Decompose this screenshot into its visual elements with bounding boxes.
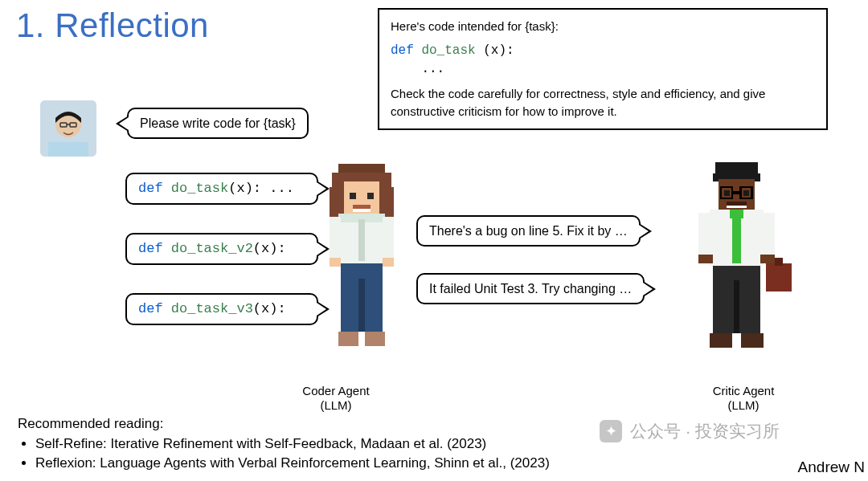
presenter-photo (40, 100, 96, 157)
pixel-person-icon (317, 161, 406, 367)
critic-text-1: There's a bug on line 5. Fix it by … (429, 224, 628, 238)
reading-item-2: Reflexion: Language Agents with Verbal R… (35, 454, 550, 473)
instruction-check: Check the code carefully for correctness… (391, 85, 815, 120)
svg-rect-44 (775, 258, 784, 267)
slide: 1. Reflection Here's code intended for {… (0, 0, 868, 481)
code-rest: (x): (253, 301, 286, 316)
coder-bubble-2: def do_task_v2(x): (125, 233, 318, 265)
keyword: def (138, 241, 163, 256)
keyword: def (138, 181, 163, 196)
recommended-reading: Recommended reading: Self-Refine: Iterat… (18, 414, 550, 473)
wechat-icon: ✦ (600, 420, 622, 442)
critic-text-2: It failed Unit Test 3. Try changing … (429, 282, 632, 296)
svg-rect-14 (353, 209, 371, 212)
instruction-box: Here's code intended for {task}: def do_… (378, 8, 828, 130)
svg-rect-39 (698, 213, 713, 258)
code-rest: (x): ... (228, 181, 294, 196)
slide-title: 1. Reflection (16, 6, 209, 45)
svg-rect-41 (698, 255, 713, 263)
reading-heading: Recommended reading: (18, 414, 550, 434)
critic-bubble-2: It failed Unit Test 3. Try changing … (416, 273, 645, 304)
svg-rect-21 (383, 258, 395, 267)
svg-rect-20 (330, 258, 342, 267)
svg-rect-32 (727, 206, 747, 209)
func-name: do_task (414, 43, 483, 58)
func-name: do_task_v3 (163, 301, 253, 316)
coder-bubble-1: def do_task(x): ... (125, 173, 318, 205)
func-name: do_task_v2 (163, 241, 253, 256)
svg-rect-25 (365, 332, 386, 346)
svg-rect-40 (760, 213, 775, 258)
svg-rect-18 (330, 217, 342, 261)
svg-rect-19 (383, 217, 395, 261)
code-rest: (x): (253, 241, 286, 256)
svg-rect-1 (48, 142, 88, 157)
user-speech-bubble: Please write code for {task} (127, 108, 309, 139)
svg-rect-11 (350, 193, 355, 198)
keyword: def (138, 301, 163, 316)
coder-agent-character (317, 161, 406, 370)
pixel-person-icon (687, 159, 800, 370)
svg-rect-29 (724, 190, 730, 196)
svg-rect-23 (358, 279, 364, 332)
svg-rect-35 (732, 191, 741, 194)
person-photo-icon (40, 100, 96, 157)
svg-rect-42 (760, 255, 775, 263)
critic-agent-label: Critic Agent (LLM) (695, 384, 792, 413)
svg-rect-48 (741, 333, 764, 348)
critic-label-sub: (LLM) (695, 398, 792, 413)
svg-rect-38 (730, 210, 744, 218)
critic-bubble-1: There's a bug on line 5. Fix it by … (416, 215, 641, 247)
func-name: do_task (163, 181, 229, 196)
coder-agent-label: Coder Agent (LLM) (288, 384, 384, 413)
svg-rect-47 (710, 333, 732, 348)
code-indent: ... (391, 62, 444, 76)
code-rest: (x): (483, 43, 514, 58)
svg-rect-13 (353, 205, 371, 209)
svg-rect-12 (367, 193, 373, 198)
svg-rect-17 (358, 219, 364, 260)
svg-rect-24 (338, 332, 359, 346)
keyword: def (391, 43, 414, 58)
coder-bubble-3: def do_task_v3(x): (125, 293, 318, 325)
svg-rect-30 (743, 190, 749, 196)
critic-label-text: Critic Agent (695, 384, 792, 398)
instruction-code: def do_task (x): ... (391, 42, 815, 79)
svg-rect-31 (727, 202, 747, 206)
instruction-intro: Here's code intended for {task}: (391, 18, 815, 35)
critic-agent-character (687, 159, 800, 373)
svg-rect-46 (734, 280, 739, 334)
watermark: ✦ 公众号 · 投资实习所 (600, 420, 780, 442)
coder-label-sub: (LLM) (288, 398, 384, 413)
reading-item-1: Self-Refine: Iterative Refinement with S… (35, 434, 550, 454)
user-prompt-text: Please write code for {task} (140, 116, 296, 130)
watermark-text: 公众号 · 投资实习所 (630, 420, 780, 442)
author-credit: Andrew N (798, 459, 865, 476)
coder-label-text: Coder Agent (288, 384, 384, 398)
svg-rect-43 (766, 263, 792, 291)
